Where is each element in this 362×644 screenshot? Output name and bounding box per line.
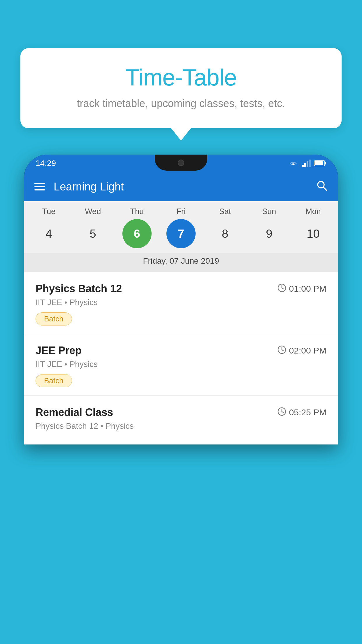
date-6-today[interactable]: 6 <box>122 219 152 248</box>
day-sat: Sat <box>210 207 240 216</box>
schedule-item-1-header: Physics Batch 12 01:00 PM <box>36 283 326 295</box>
date-8[interactable]: 8 <box>210 219 240 248</box>
date-5[interactable]: 5 <box>78 219 108 248</box>
date-9[interactable]: 9 <box>254 219 284 248</box>
schedule-item-1-title: Physics Batch 12 <box>36 283 122 295</box>
schedule-item-3-time-text: 05:25 PM <box>289 407 326 417</box>
status-time: 14:29 <box>36 159 56 168</box>
schedule-item-1-time-text: 01:00 PM <box>289 284 326 294</box>
tooltip-subtitle: track timetable, upcoming classes, tests… <box>38 96 324 111</box>
screen-content: Tue Wed Thu Fri Sat Sun Mon 4 5 6 7 8 9 … <box>24 201 338 444</box>
schedule-item-1[interactable]: Physics Batch 12 01:00 PM <box>24 272 338 334</box>
front-camera <box>178 160 184 166</box>
days-numbers: 4 5 6 7 8 9 10 <box>24 219 338 248</box>
schedule-item-2-subtitle: IIT JEE • Physics <box>36 360 326 369</box>
schedule-item-3-header: Remedial Class 05:25 PM <box>36 406 326 419</box>
schedule-item-3-time: 05:25 PM <box>277 407 326 418</box>
svg-rect-0 <box>302 165 304 167</box>
schedule-item-3-title: Remedial Class <box>36 406 113 419</box>
clock-icon-2 <box>277 345 286 356</box>
svg-line-11 <box>282 288 284 289</box>
signal-icon <box>302 160 311 167</box>
day-thu: Thu <box>122 207 152 216</box>
selected-date-label: Friday, 07 June 2019 <box>24 253 338 272</box>
app-bar: Learning Light <box>24 172 338 201</box>
svg-line-8 <box>323 187 327 190</box>
clock-icon-1 <box>277 284 286 294</box>
schedule-list: Physics Batch 12 01:00 PM <box>24 272 338 444</box>
days-header: Tue Wed Thu Fri Sat Sun Mon <box>24 207 338 216</box>
schedule-item-1-subtitle: IIT JEE • Physics <box>36 298 326 307</box>
search-button[interactable] <box>316 180 328 194</box>
phone-frame: 14:29 <box>24 155 338 444</box>
svg-rect-1 <box>304 163 306 167</box>
day-sun: Sun <box>254 207 284 216</box>
battery-icon <box>314 160 326 167</box>
date-4[interactable]: 4 <box>34 219 64 248</box>
svg-rect-3 <box>309 160 311 167</box>
day-tue: Tue <box>34 207 64 216</box>
svg-rect-2 <box>307 161 308 167</box>
schedule-item-1-time: 01:00 PM <box>277 284 326 294</box>
svg-line-14 <box>282 350 284 351</box>
svg-rect-6 <box>325 162 326 164</box>
hamburger-menu-button[interactable] <box>34 183 45 190</box>
schedule-item-2-title: JEE Prep <box>36 344 82 357</box>
clock-icon-3 <box>277 407 286 418</box>
batch-badge-2: Batch <box>36 374 72 387</box>
phone-notch <box>155 155 207 171</box>
svg-rect-5 <box>315 161 323 165</box>
phone-container: 14:29 <box>24 155 338 644</box>
schedule-item-2-time-text: 02:00 PM <box>289 346 326 356</box>
schedule-item-3-subtitle: Physics Batch 12 • Physics <box>36 421 326 431</box>
tooltip-title: Time-Table <box>38 64 324 91</box>
day-mon: Mon <box>298 207 328 216</box>
status-icons <box>288 160 326 167</box>
schedule-item-3[interactable]: Remedial Class 05:25 PM <box>24 396 338 444</box>
date-7-selected[interactable]: 7 <box>166 219 196 248</box>
schedule-item-2-header: JEE Prep 02:00 PM <box>36 344 326 357</box>
schedule-item-2-time: 02:00 PM <box>277 345 326 356</box>
date-10[interactable]: 10 <box>298 219 328 248</box>
calendar-strip: Tue Wed Thu Fri Sat Sun Mon 4 5 6 7 8 9 … <box>24 201 338 272</box>
day-wed: Wed <box>78 207 108 216</box>
svg-line-17 <box>282 412 284 413</box>
day-fri: Fri <box>166 207 196 216</box>
batch-badge-1: Batch <box>36 312 72 326</box>
app-bar-title: Learning Light <box>54 181 307 193</box>
wifi-icon <box>288 160 298 167</box>
schedule-item-2[interactable]: JEE Prep 02:00 PM <box>24 334 338 396</box>
tooltip-card: Time-Table track timetable, upcoming cla… <box>20 48 342 128</box>
